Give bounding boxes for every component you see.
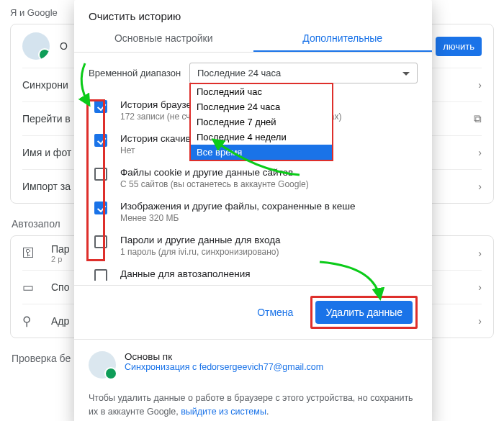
chevron-right-icon: › bbox=[478, 281, 482, 293]
time-range-label: Временной диапазон bbox=[89, 68, 189, 78]
chevron-down-icon bbox=[402, 72, 410, 79]
sync-email: Синхронизация с fedorsergeevich77@gmail.… bbox=[125, 362, 323, 372]
cancel-button[interactable]: Отмена bbox=[247, 296, 303, 329]
checkbox[interactable] bbox=[94, 202, 107, 214]
dropdown-option[interactable]: Последний час bbox=[191, 84, 332, 99]
tab-advanced[interactable]: Дополнительные bbox=[253, 24, 433, 52]
item-autofill[interactable]: Данные для автозаполнения bbox=[89, 263, 418, 281]
checkbox[interactable] bbox=[94, 269, 107, 281]
time-range-select[interactable]: Последние 24 часа bbox=[189, 63, 418, 83]
external-link-icon: ⧉ bbox=[474, 112, 482, 125]
chevron-right-icon: › bbox=[478, 315, 482, 327]
enable-button[interactable]: лючить bbox=[436, 37, 482, 56]
delete-button[interactable]: Удалить данные bbox=[315, 301, 413, 324]
select-value: Последние 24 часа bbox=[197, 68, 281, 78]
dropdown-option[interactable]: Последние 24 часа bbox=[191, 99, 332, 114]
chevron-right-icon: › bbox=[478, 147, 482, 158]
item-cache[interactable]: Изображения и другие файлы, сохраненные … bbox=[89, 195, 418, 229]
time-range-dropdown: Последний час Последние 24 часа Последни… bbox=[189, 83, 333, 161]
dialog-title: Очистить историю bbox=[74, 0, 432, 24]
annotation-box: Удалить данные bbox=[310, 296, 418, 329]
dialog-sync-info: Основы пк Синхронизация с fedorsergeevic… bbox=[74, 339, 432, 383]
checkbox[interactable] bbox=[94, 134, 107, 147]
tab-basic[interactable]: Основные настройки bbox=[74, 24, 253, 52]
clear-history-dialog: Очистить историю Основные настройки Допо… bbox=[74, 0, 432, 421]
checkbox[interactable] bbox=[94, 100, 107, 113]
avatar bbox=[22, 32, 50, 60]
chevron-right-icon: › bbox=[478, 181, 482, 192]
dropdown-option[interactable]: Последние 7 дней bbox=[191, 114, 332, 130]
chevron-right-icon: › bbox=[478, 248, 482, 259]
avatar bbox=[89, 351, 116, 379]
item-passwords[interactable]: Пароли и другие данные для входа 1 парол… bbox=[89, 229, 418, 263]
card-icon: ▭ bbox=[22, 280, 38, 295]
tabs: Основные настройки Дополнительные bbox=[74, 24, 432, 53]
dropdown-option-alltime[interactable]: Все время bbox=[191, 145, 332, 160]
key-icon: ⚿ bbox=[22, 246, 38, 261]
checkbox[interactable] bbox=[94, 168, 107, 181]
chevron-right-icon: › bbox=[478, 79, 482, 91]
location-icon: ⚲ bbox=[22, 314, 38, 329]
dropdown-option[interactable]: Последние 4 недели bbox=[191, 130, 332, 145]
sign-out-link[interactable]: выйдите из системы bbox=[181, 407, 266, 417]
footnote: Чтобы удалить данные о работе в браузере… bbox=[74, 383, 432, 419]
sync-name: Основы пк bbox=[125, 351, 323, 362]
checkbox[interactable] bbox=[94, 235, 107, 248]
item-cookies[interactable]: Файлы cookie и другие данные сайтов С 55… bbox=[89, 161, 418, 195]
